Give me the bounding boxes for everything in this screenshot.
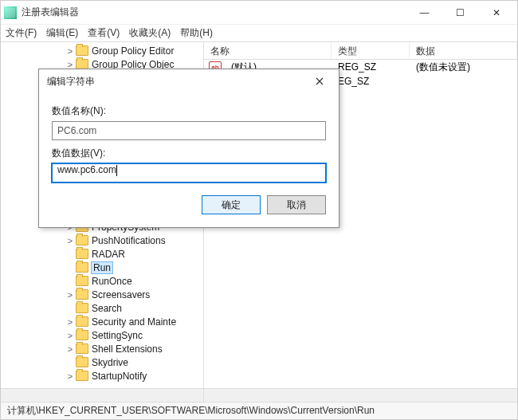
tree-item[interactable]: Run	[1, 261, 203, 274]
value-data-label: 数值数据(V):	[52, 147, 326, 160]
expand-toggle[interactable]: >	[65, 344, 76, 354]
tree-item[interactable]: RADAR	[1, 247, 203, 261]
folder-icon	[76, 262, 88, 273]
menu-file[interactable]: 文件(F)	[6, 26, 37, 40]
dialog-titlebar[interactable]: 编辑字符串	[39, 69, 339, 93]
expand-toggle[interactable]: >	[65, 60, 76, 69]
col-data[interactable]: 数据	[410, 42, 517, 59]
window-title: 注册表编辑器	[22, 6, 79, 19]
menu-help[interactable]: 帮助(H)	[180, 26, 213, 40]
value-name-label: 数值名称(N):	[52, 104, 326, 118]
expand-toggle[interactable]: >	[65, 317, 76, 327]
tree-item[interactable]: >Group Policy Editor	[1, 44, 203, 57]
tree-item[interactable]: RunOnce	[1, 274, 203, 288]
menu-edit[interactable]: 编辑(E)	[46, 26, 78, 40]
menubar: 文件(F) 编辑(E) 查看(V) 收藏夹(A) 帮助(H)	[1, 25, 517, 42]
expand-toggle[interactable]: >	[65, 236, 76, 245]
value-data-text: www.pc6.com	[57, 164, 116, 175]
dialog-title: 编辑字符串	[47, 75, 95, 88]
tree-label: SettingSync	[92, 330, 143, 341]
cancel-button[interactable]: 取消	[267, 195, 326, 214]
tree-item[interactable]: >StartupNotify	[1, 369, 203, 383]
tree-label: Skydrive	[92, 357, 128, 368]
folder-icon	[76, 343, 88, 354]
value-name-input[interactable]	[52, 121, 326, 140]
folder-icon	[76, 303, 88, 313]
col-type[interactable]: 类型	[332, 42, 410, 59]
tree-item[interactable]: Search	[1, 301, 203, 315]
value-data-input[interactable]: www.pc6.com	[52, 163, 326, 183]
text-cursor	[116, 165, 117, 176]
dialog-buttons: 确定 取消	[52, 195, 326, 214]
expand-toggle[interactable]: >	[65, 46, 76, 56]
menu-favorites[interactable]: 收藏夹(A)	[129, 26, 171, 40]
tree-label: RADAR	[92, 249, 125, 260]
expand-toggle[interactable]: >	[65, 290, 76, 300]
app-icon	[4, 6, 17, 19]
ok-button[interactable]: 确定	[202, 195, 261, 214]
folder-icon	[76, 249, 88, 259]
folder-icon	[76, 289, 88, 300]
tree-label: Screensavers	[92, 289, 150, 300]
list-header: 名称 类型 数据	[204, 42, 517, 60]
tree-label: Search	[92, 303, 122, 314]
menu-view[interactable]: 查看(V)	[88, 26, 120, 40]
tree-label: Shell Extensions	[92, 343, 163, 355]
tree-label: PushNotifications	[92, 235, 166, 246]
statusbar: 计算机\HKEY_CURRENT_USER\SOFTWARE\Microsoft…	[1, 402, 517, 419]
list-hscroll[interactable]	[204, 388, 517, 402]
cell-type: EG_SZ	[332, 76, 410, 87]
folder-icon	[76, 45, 88, 56]
folder-icon	[76, 330, 88, 340]
close-button[interactable]: ✕	[478, 1, 514, 24]
tree-item[interactable]: >Shell Extensions	[1, 342, 203, 355]
tree-label: StartupNotify	[92, 371, 147, 382]
status-path: 计算机\HKEY_CURRENT_USER\SOFTWARE\Microsoft…	[7, 404, 375, 418]
tree-item[interactable]: >SettingSync	[1, 328, 203, 342]
close-icon	[316, 77, 324, 85]
tree-label: Run	[92, 262, 112, 273]
dialog-body: 数值名称(N): 数值数据(V): www.pc6.com 确定 取消	[39, 93, 339, 227]
titlebar[interactable]: 注册表编辑器 — ☐ ✕	[1, 1, 517, 25]
tree-hscroll[interactable]	[1, 388, 203, 402]
col-name[interactable]: 名称	[204, 42, 332, 59]
tree-label: Security and Mainte	[92, 316, 176, 328]
maximize-button[interactable]: ☐	[442, 1, 478, 24]
tree-item[interactable]: >Security and Mainte	[1, 315, 203, 328]
dialog-close-button[interactable]	[308, 70, 331, 92]
tree-item[interactable]: Skydrive	[1, 355, 203, 369]
tree-item[interactable]: >PushNotifications	[1, 234, 203, 247]
folder-icon	[76, 235, 88, 245]
expand-toggle[interactable]: >	[65, 371, 76, 381]
folder-icon	[76, 357, 88, 367]
cell-type: REG_SZ	[332, 61, 410, 73]
minimize-button[interactable]: —	[406, 1, 442, 24]
folder-icon	[76, 371, 88, 381]
folder-icon	[76, 276, 88, 286]
tree-label: RunOnce	[92, 276, 132, 287]
tree-item[interactable]: >Screensavers	[1, 288, 203, 301]
cell-data: (数值未设置)	[410, 61, 517, 74]
expand-toggle[interactable]: >	[65, 331, 76, 340]
folder-icon	[76, 316, 88, 327]
edit-string-dialog: 编辑字符串 数值名称(N): 数值数据(V): www.pc6.com 确定 取…	[38, 69, 339, 228]
tree-label: Group Policy Editor	[92, 45, 174, 57]
